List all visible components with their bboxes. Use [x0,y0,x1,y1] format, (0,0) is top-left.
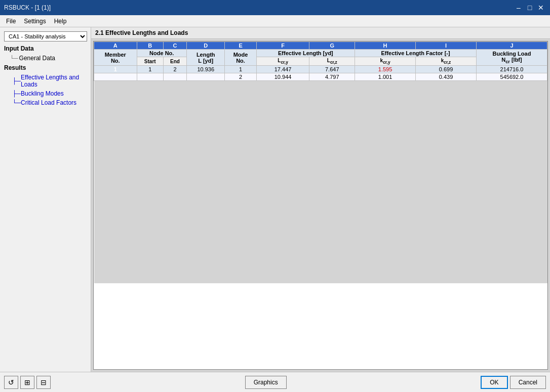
export-btn[interactable]: ⊟ [36,376,51,389]
node-no-group-header: Node No. [137,50,187,57]
row2-kory[interactable]: 1.001 [355,73,416,81]
length-group-header: LengthL [yd] [187,50,225,66]
tree-prefix-crit: └─ [12,99,21,106]
bottom-center-controls: Graphics [245,376,287,389]
graphics-button[interactable]: Graphics [245,376,287,389]
close-button[interactable]: ✕ [536,3,546,13]
ok-button[interactable]: OK [481,376,507,389]
tree-prefix-buck: ├─ [12,90,21,97]
input-data-label: Input Data [0,43,91,54]
row2-node-end[interactable] [163,73,186,81]
data-table: A B C D E F G H I J MemberNo. Node [94,41,547,283]
row1-mode-no[interactable]: 1 [225,66,256,73]
col-g-header: G [309,42,355,50]
row1-korz[interactable]: 0.699 [416,66,477,73]
col-j-header: J [476,42,547,50]
content-title: 2.1 Effective Lengths and Loads [91,27,550,39]
menu-help[interactable]: Help [50,17,71,26]
case-dropdown-row: CA1 - Stability analysis [0,29,91,43]
row1-node-end[interactable]: 2 [163,66,186,73]
row2-mode-no[interactable]: 2 [225,73,256,81]
row2-member-no[interactable] [94,73,137,81]
cancel-button[interactable]: Cancel [510,376,546,389]
content-area: 2.1 Effective Lengths and Loads A B C D … [91,27,550,372]
col-f-header: F [256,42,309,50]
title-bar: RSBUCK - [1 (1)] – □ ✕ [0,0,550,15]
sidebar: CA1 - Stability analysis Input Data └─ G… [0,27,91,372]
sidebar-general-data[interactable]: └─ General Data [0,54,91,63]
col-c-header: C [163,42,186,50]
eff-length-group-header: Effective Length [yd] [256,50,355,57]
row2-lory[interactable]: 10.944 [256,73,309,81]
data-table-container: A B C D E F G H I J MemberNo. Node [93,41,548,370]
row1-kory[interactable]: 1.595 [355,66,416,73]
case-dropdown[interactable]: CA1 - Stability analysis [4,31,87,41]
menu-settings[interactable]: Settings [20,17,50,26]
minimize-button[interactable]: – [514,3,524,13]
row2-length[interactable] [187,73,225,81]
korz-subheader: kcr,z [416,57,477,66]
col-h-header: H [355,42,416,50]
grid-btn[interactable]: ⊞ [20,376,34,389]
col-d-header: D [187,42,225,50]
tree-prefix-general: └─ [10,55,18,61]
bottom-bar: ↺ ⊞ ⊟ Graphics OK Cancel [0,372,550,392]
main-content: CA1 - Stability analysis Input Data └─ G… [0,27,550,372]
bottom-right-controls: OK Cancel [481,376,546,389]
row1-member-no[interactable]: 1 [94,66,137,73]
node-start-subheader: Start [137,57,163,66]
row1-lory[interactable]: 17.447 [256,66,309,73]
menu-file[interactable]: File [2,17,20,26]
sidebar-critical-load[interactable]: └─ Critical Load Factors [0,98,91,107]
buckling-load-group-header: Buckling LoadNcr [lbf] [476,50,547,66]
lorz-subheader: Lcr,z [309,57,355,66]
menu-bar: File Settings Help [0,15,550,27]
node-end-subheader: End [163,57,186,66]
sidebar-effective-lengths[interactable]: ├─ Effective Lengths and Loads [0,73,91,89]
bottom-left-controls: ↺ ⊞ ⊟ [4,376,51,389]
tree-prefix-eff: ├─ [12,77,21,84]
table-row: 2 10.944 4.797 1.001 0.439 545692.0 [94,73,547,81]
row1-lorz[interactable]: 7.647 [309,66,355,73]
window-controls: – □ ✕ [514,3,546,13]
row2-node-start[interactable] [137,73,163,81]
row2-ncr[interactable]: 545692.0 [476,73,547,81]
col-a-header: A [94,42,137,50]
empty-row [94,81,547,283]
mode-group-header: ModeNo. [225,50,256,66]
maximize-button[interactable]: □ [525,3,535,13]
table-row: 1 1 2 10.936 1 17.447 7.647 1.595 0.699 … [94,66,547,73]
results-label: Results [0,63,91,73]
row2-korz[interactable]: 0.439 [416,73,477,81]
col-i-header: I [416,42,477,50]
col-b-header: B [137,42,163,50]
row1-ncr[interactable]: 214716.0 [476,66,547,73]
app-title: RSBUCK - [1 (1)] [4,4,51,11]
row1-length[interactable]: 10.936 [187,66,225,73]
eff-factor-group-header: Effective Length Factor [-] [355,50,477,57]
col-e-header: E [225,42,256,50]
row1-node-start[interactable]: 1 [137,66,163,73]
member-no-group-header: MemberNo. [94,50,137,66]
lory-subheader: Lcr,y [256,57,309,66]
back-btn[interactable]: ↺ [4,376,18,389]
row2-lorz[interactable]: 4.797 [309,73,355,81]
kory-subheader: kcr,y [355,57,416,66]
sidebar-buckling-modes[interactable]: ├─ Buckling Modes [0,89,91,98]
